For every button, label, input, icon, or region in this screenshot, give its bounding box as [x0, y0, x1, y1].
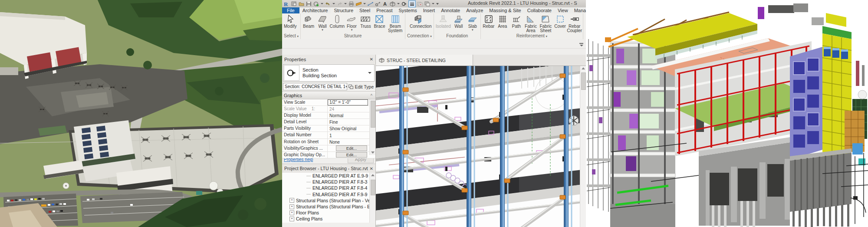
property-row[interactable]: Visibility/Graphics ...Edit...	[282, 145, 375, 152]
beam-system-button[interactable]: Beam System	[386, 14, 404, 33]
print-icon[interactable]	[348, 1, 355, 7]
area-reinforcement-button[interactable]: Area	[496, 14, 510, 29]
canvas-vertical-scrollbar[interactable]	[580, 66, 586, 227]
revit-logo-icon[interactable]: R	[283, 1, 290, 7]
save-icon[interactable]	[306, 1, 312, 7]
property-row[interactable]: Rotation on SheetNone	[282, 139, 375, 145]
property-row[interactable]: Display ModelNormal	[282, 112, 375, 119]
open-file-icon[interactable]	[298, 1, 305, 7]
foundation-slab-button[interactable]: Slab ▾	[466, 14, 480, 31]
type-selector-caret[interactable]	[368, 72, 372, 74]
sync-with-central-icon[interactable]	[313, 1, 319, 7]
property-row[interactable]: Parts VisibilityShow Original	[282, 125, 375, 132]
measure-flyout-caret[interactable]	[363, 3, 366, 4]
fabric-area-button[interactable]: Fabric Area	[523, 14, 538, 33]
tab-systems[interactable]: Systems	[395, 7, 420, 13]
tab-view[interactable]: View	[555, 7, 571, 13]
customize-qat-caret[interactable]	[436, 3, 439, 5]
ribbon-minimize-toggle[interactable]	[579, 43, 584, 47]
tree-item[interactable]: +Ceiling Plans	[282, 216, 375, 222]
svg-text:R: R	[284, 1, 288, 7]
connection-button[interactable]: Connection	[406, 14, 431, 29]
beam-button[interactable]: Beam	[302, 14, 316, 29]
fabric-sheet-icon	[540, 14, 551, 24]
section-icon[interactable]	[401, 1, 408, 7]
browser-scrollbar[interactable]	[369, 173, 375, 223]
property-row[interactable]: View Scale1/2" = 1'-0"	[282, 99, 375, 106]
tab-collaborate[interactable]: Collaborate	[524, 7, 555, 13]
tree-item[interactable]: ENLARGED PIER AT F.8-3	[282, 179, 375, 185]
modify-button[interactable]: Modify	[283, 14, 297, 29]
property-row[interactable]: Detail Number1	[282, 132, 375, 138]
tree-item[interactable]: ENLARGED PIER AT F.8-4	[282, 185, 375, 191]
properties-scrollbar[interactable]	[369, 99, 375, 155]
expand-icon[interactable]: +	[289, 204, 294, 209]
tab-analyze[interactable]: Analyze	[463, 7, 486, 13]
tree-item[interactable]: +Structural Plans (Structural Plan - Ves…	[282, 197, 375, 204]
graphics-group-header[interactable]: Graphics ^	[282, 91, 375, 99]
type-selector[interactable]: Section Building Section	[283, 64, 375, 82]
steel-structure-3d	[376, 66, 586, 227]
view-tab-steel-detailing[interactable]: STRUC - STEEL DETAILING	[376, 55, 473, 66]
tab-steel[interactable]: Steel	[356, 7, 373, 13]
structural-wall-button[interactable]: Wall ▾	[316, 14, 329, 31]
fabric-sheet-button[interactable]: Fabric Sheet	[538, 14, 553, 33]
measure-icon[interactable]	[355, 1, 362, 7]
reinforcement-panel-label[interactable]: Reinforcement ▾	[482, 33, 582, 39]
switch-windows-icon[interactable]	[424, 1, 431, 7]
redo-icon[interactable]	[336, 1, 343, 7]
connection-panel-label[interactable]: Connection ▾	[406, 33, 433, 39]
thin-lines-icon[interactable]	[408, 0, 416, 7]
undo-icon[interactable]	[325, 1, 331, 7]
property-row[interactable]: Detail LevelFine	[282, 119, 375, 125]
foundation-panel-label[interactable]: Foundation	[435, 33, 480, 39]
tree-item[interactable]: ENLARGED PIER AT F.9-9	[282, 191, 375, 197]
expand-icon[interactable]: +	[289, 211, 294, 215]
tree-item[interactable]: ENLARGED PIER AT E.9-9	[282, 173, 375, 179]
svg-text:A: A	[383, 1, 387, 7]
window-switch-icon[interactable]	[291, 1, 297, 7]
switch-windows-flyout-caret[interactable]	[432, 3, 434, 4]
select-panel-label[interactable]: Select ▾	[283, 33, 299, 39]
truss-button[interactable]: Truss	[358, 14, 372, 29]
edit-button[interactable]: Edit...	[336, 152, 367, 158]
rebar-cover-button[interactable]: Cover	[553, 14, 567, 29]
tab-architecture[interactable]: Architecture	[299, 7, 331, 13]
brace-button[interactable]: Brace	[372, 14, 386, 29]
aligned-dimension-icon[interactable]	[367, 1, 374, 7]
edit-type-button[interactable]: Edit Type	[349, 84, 375, 89]
view-flyout-caret[interactable]	[397, 3, 400, 4]
tab-insert[interactable]: Insert	[420, 7, 438, 13]
tree-item[interactable]: +Structural Plans (Structural Plans - En…	[282, 204, 375, 210]
default-3d-view-icon[interactable]	[389, 1, 396, 7]
expand-icon[interactable]: +	[289, 217, 294, 221]
sync-flyout-caret[interactable]	[321, 3, 323, 4]
close-inactive-windows-icon[interactable]	[417, 1, 423, 7]
tab-massing-site[interactable]: Massing & Site	[486, 7, 524, 13]
path-reinforcement-button[interactable]: Path	[510, 14, 523, 29]
edit-button[interactable]: Edit...	[336, 145, 367, 151]
wall-foundation-button[interactable]: Wall	[452, 14, 466, 29]
tree-item[interactable]: +Floor Plans	[282, 210, 375, 216]
structural-floor-button[interactable]: Floor ▾	[345, 14, 358, 31]
rebar-coupler-button[interactable]: Rebar Coupler	[567, 14, 582, 33]
redo-flyout-caret[interactable]	[344, 3, 347, 4]
expand-icon[interactable]: +	[289, 198, 294, 203]
tab-annotate[interactable]: Annotate	[438, 7, 463, 13]
tree-item[interactable]: −3D Views	[282, 222, 375, 223]
undo-flyout-caret[interactable]	[332, 3, 335, 4]
tag-by-category-icon[interactable]	[375, 1, 381, 7]
instance-selector[interactable]: Section: CONCRETE DETAIL 1	[283, 83, 347, 90]
steel-detailing-view[interactable]	[376, 66, 586, 227]
structure-panel-label[interactable]: Structure	[302, 33, 404, 39]
project-browser-close-icon[interactable]: ✕	[370, 166, 373, 171]
tab-manage[interactable]: Manage	[571, 7, 586, 13]
structural-column-button[interactable]: Column	[329, 14, 345, 29]
rebar-button[interactable]: Rebar	[482, 14, 496, 29]
properties-close-icon[interactable]: ✕	[370, 57, 373, 62]
text-icon[interactable]: A	[382, 1, 388, 7]
tab-precast[interactable]: Precast	[373, 7, 395, 13]
tab-structure[interactable]: Structure	[331, 7, 356, 13]
property-row[interactable]: Graphic Display Op...Edit...	[282, 152, 375, 158]
tab-file[interactable]: File	[282, 7, 299, 13]
